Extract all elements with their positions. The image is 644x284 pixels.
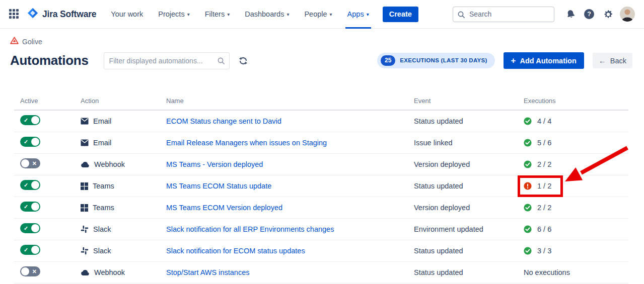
automation-name-link[interactable]: ECOM Status change sent to David bbox=[166, 117, 281, 125]
executions-value: 5 / 6 bbox=[537, 139, 551, 147]
notifications-bell-icon[interactable] bbox=[563, 7, 578, 22]
svg-text:?: ? bbox=[587, 11, 591, 18]
name-cell: MS Teams ECOM Version deployed bbox=[166, 203, 414, 212]
toggle-knob bbox=[31, 246, 39, 254]
chevron-down-icon: ▾ bbox=[287, 12, 289, 17]
add-automation-button[interactable]: + Add Automation bbox=[504, 52, 584, 69]
nav-item-filters[interactable]: Filters▾ bbox=[197, 0, 238, 29]
event-cell: Version deployed bbox=[414, 204, 524, 212]
search-input[interactable] bbox=[453, 7, 554, 22]
automations-table-body: ✓EmailECOM Status change sent to DavidSt… bbox=[14, 111, 628, 283]
toggle-on[interactable]: ✓ bbox=[20, 115, 40, 125]
toggle-knob bbox=[31, 224, 39, 232]
toggle-knob bbox=[31, 116, 39, 124]
create-button[interactable]: Create bbox=[383, 7, 418, 22]
main-content: Golive Automations 25 EXECUTIONS (LAST bbox=[0, 37, 644, 283]
executions-cell: 2 / 2 bbox=[524, 160, 628, 168]
name-cell: MS Teams ECOM Status update bbox=[166, 181, 414, 191]
breadcrumb-app-label[interactable]: Golive bbox=[22, 38, 42, 46]
automation-name-link[interactable]: Slack notification for ECOM status updat… bbox=[166, 247, 305, 255]
help-icon[interactable]: ? bbox=[582, 7, 597, 22]
x-icon: ✕ bbox=[32, 161, 37, 166]
executions-cell: No executions bbox=[524, 268, 628, 276]
action-label: Webhook bbox=[94, 268, 125, 276]
success-check-icon bbox=[524, 117, 532, 125]
toggle-on[interactable]: ✓ bbox=[20, 202, 40, 212]
table-row: ✓EmailEmail Release Managers when issues… bbox=[14, 132, 628, 154]
success-check-icon bbox=[524, 247, 532, 255]
active-cell: ✕ bbox=[20, 158, 81, 170]
action-cell: Teams bbox=[81, 182, 166, 190]
table-row: ✕WebhookMS Teams - Version deployedVersi… bbox=[14, 154, 628, 175]
toggle-on[interactable]: ✓ bbox=[20, 137, 40, 147]
success-check-icon bbox=[524, 139, 532, 147]
webhook-icon bbox=[81, 269, 90, 276]
teams-icon bbox=[81, 182, 88, 190]
nav-item-projects[interactable]: Projects▾ bbox=[151, 0, 197, 29]
column-header-active: Active bbox=[20, 97, 81, 105]
name-cell: Slack notification for all ERP Environme… bbox=[166, 225, 414, 234]
executions-value: 6 / 6 bbox=[537, 225, 551, 233]
check-icon: ✓ bbox=[24, 204, 28, 210]
automation-name-link[interactable]: MS Teams ECOM Status update bbox=[166, 182, 271, 190]
top-navbar: Jira Software Your workProjects▾Filters▾… bbox=[0, 0, 644, 29]
settings-gear-icon[interactable] bbox=[600, 7, 615, 22]
automation-name-link[interactable]: Email Release Managers when issues on St… bbox=[166, 139, 327, 147]
active-cell: ✓ bbox=[20, 223, 81, 235]
automation-name-link[interactable]: MS Teams ECOM Version deployed bbox=[166, 204, 282, 212]
toggle-knob bbox=[21, 159, 29, 167]
filter-search-icon bbox=[217, 57, 225, 67]
refresh-icon[interactable] bbox=[237, 55, 249, 67]
add-automation-label: Add Automation bbox=[520, 57, 577, 65]
nav-item-apps[interactable]: Apps▾ bbox=[340, 0, 377, 29]
filter-field bbox=[104, 52, 230, 69]
executions-summary-pill[interactable]: 25 EXECUTIONS (LAST 30 DAYS) bbox=[377, 53, 495, 68]
nav-item-label: Apps bbox=[347, 10, 364, 18]
automation-name-link[interactable]: Slack notification for all ERP Environme… bbox=[166, 225, 334, 233]
executions-cell: 1 / 2 bbox=[524, 182, 628, 190]
app-switcher-icon[interactable] bbox=[9, 9, 19, 19]
nav-item-dashboards[interactable]: Dashboards▾ bbox=[237, 0, 297, 29]
executions-cell: 6 / 6 bbox=[524, 225, 628, 233]
toggle-on[interactable]: ✓ bbox=[20, 245, 40, 255]
active-cell: ✓ bbox=[20, 202, 81, 214]
primary-nav: Your workProjects▾Filters▾Dashboards▾Peo… bbox=[103, 0, 376, 29]
nav-item-your-work[interactable]: Your work bbox=[103, 0, 151, 29]
search-icon bbox=[457, 11, 465, 21]
back-button[interactable]: ← Back bbox=[593, 53, 632, 68]
automation-name-link[interactable]: Stop/Start AWS instances bbox=[166, 268, 249, 276]
action-cell: Email bbox=[81, 117, 166, 125]
toggle-on[interactable]: ✓ bbox=[20, 180, 40, 190]
filter-automations-input[interactable] bbox=[104, 52, 230, 69]
executions-cell: 5 / 6 bbox=[524, 139, 628, 147]
action-label: Teams bbox=[93, 182, 114, 190]
toggle-off[interactable]: ✕ bbox=[20, 158, 40, 168]
toggle-off[interactable]: ✕ bbox=[20, 266, 40, 276]
webhook-icon bbox=[81, 161, 90, 168]
nav-item-label: Projects bbox=[158, 10, 184, 18]
active-cell: ✓ bbox=[20, 245, 81, 257]
toggle-on[interactable]: ✓ bbox=[20, 223, 40, 233]
executions-value: 1 / 2 bbox=[537, 182, 551, 190]
jira-logo[interactable]: Jira Software bbox=[27, 8, 96, 21]
action-cell: Teams bbox=[81, 204, 166, 212]
action-label: Webhook bbox=[94, 160, 125, 168]
user-avatar[interactable] bbox=[620, 7, 635, 22]
action-label: Email bbox=[93, 117, 111, 125]
table-header-row: Active Action Name Event Executions bbox=[14, 97, 628, 111]
active-cell: ✕ bbox=[20, 266, 81, 278]
executions-cell: 3 / 3 bbox=[524, 247, 628, 255]
event-cell: Environment updated bbox=[414, 225, 524, 233]
column-header-name: Name bbox=[166, 97, 414, 105]
success-check-icon bbox=[524, 160, 532, 168]
executions-cell: 2 / 2 bbox=[524, 204, 628, 212]
nav-item-people[interactable]: People▾ bbox=[297, 0, 339, 29]
name-cell: Email Release Managers when issues on St… bbox=[166, 138, 414, 147]
automation-name-link[interactable]: MS Teams - Version deployed bbox=[166, 160, 263, 168]
event-cell: Status updated bbox=[414, 268, 524, 276]
success-check-icon bbox=[524, 225, 532, 233]
chevron-down-icon: ▾ bbox=[330, 12, 332, 17]
check-icon: ✓ bbox=[24, 182, 28, 188]
chevron-down-icon: ▾ bbox=[187, 12, 190, 17]
check-icon: ✓ bbox=[24, 139, 28, 145]
